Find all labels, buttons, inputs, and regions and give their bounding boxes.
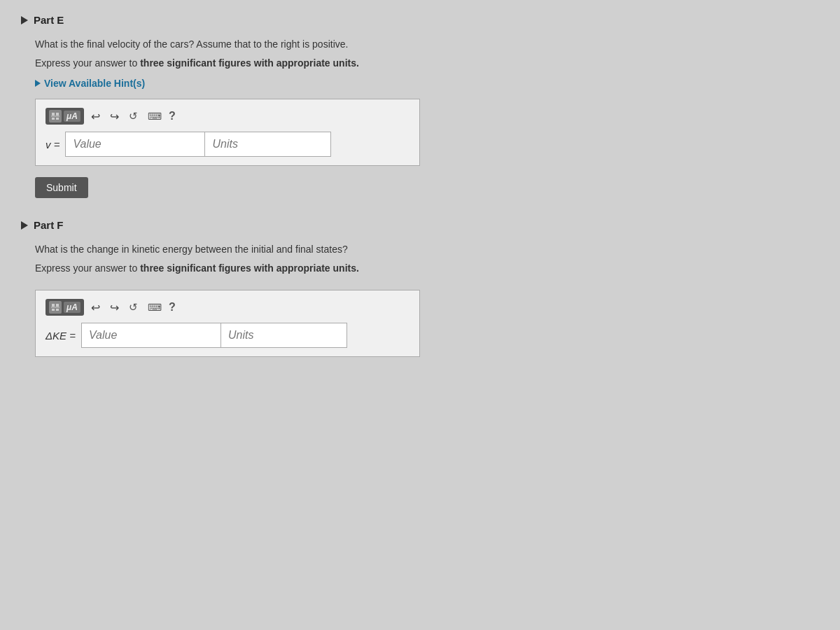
redo-button-f[interactable]: ↪ <box>107 300 122 316</box>
part-f-triangle-icon <box>21 221 28 230</box>
part-f-body: What is the change in kinetic energy bet… <box>21 242 609 365</box>
undo-button-f[interactable]: ↩ <box>88 300 103 316</box>
part-e-question2: Express your answer to three significant… <box>35 56 609 71</box>
part-f-var-label: ΔKE = <box>46 330 76 342</box>
part-f-toolbar: μΑ ↩ ↪ ↺ ⌨ ? <box>46 299 410 316</box>
svg-rect-8 <box>52 309 55 311</box>
svg-rect-9 <box>56 309 59 311</box>
part-f-section: Part F What is the change in kinetic ene… <box>21 219 609 365</box>
part-f-units-input[interactable] <box>221 323 347 348</box>
svg-rect-6 <box>56 304 59 307</box>
page-container: Part E What is the final velocity of the… <box>0 0 630 400</box>
part-e-input-row: v = <box>46 132 410 157</box>
fraction-icon <box>49 110 62 122</box>
hint-link[interactable]: View Available Hint(s) <box>35 78 609 89</box>
part-e-value-input[interactable] <box>65 132 205 157</box>
mu-alpha-icon: μΑ <box>64 111 80 122</box>
part-e-section: Part E What is the final velocity of the… <box>21 14 609 198</box>
part-e-label: Part E <box>34 14 64 26</box>
help-icon[interactable]: ? <box>169 110 176 122</box>
part-e-triangle-icon <box>21 16 28 24</box>
fraction-icon-f <box>49 301 62 314</box>
svg-rect-5 <box>52 304 55 307</box>
part-f-header: Part F <box>21 219 609 231</box>
part-e-header: Part E <box>21 14 609 26</box>
part-e-icon-group: μΑ <box>46 108 84 125</box>
svg-rect-1 <box>56 113 59 115</box>
part-f-input-row: ΔKE = <box>46 323 410 348</box>
part-e-submit-button[interactable]: Submit <box>35 177 88 198</box>
part-e-q2-bold: three significant figures with appropria… <box>140 57 359 69</box>
part-e-body: What is the final velocity of the cars? … <box>21 37 609 198</box>
svg-rect-0 <box>52 113 55 115</box>
keyboard-button[interactable]: ⌨ <box>145 109 164 123</box>
hint-triangle-icon <box>35 80 41 87</box>
svg-rect-3 <box>52 118 55 120</box>
part-e-var-label: v = <box>46 139 59 150</box>
part-f-icon-group: μΑ <box>46 299 84 316</box>
part-f-label: Part F <box>34 219 64 231</box>
part-f-q2-bold: three significant figures with appropria… <box>140 262 359 274</box>
part-e-question1: What is the final velocity of the cars? … <box>35 37 609 52</box>
part-f-answer-box: μΑ ↩ ↪ ↺ ⌨ ? ΔKE = <box>35 290 420 357</box>
refresh-button[interactable]: ↺ <box>126 108 141 124</box>
part-f-question1: What is the change in kinetic energy bet… <box>35 242 609 257</box>
redo-button[interactable]: ↪ <box>107 108 122 125</box>
mu-alpha-icon-f: μΑ <box>64 302 80 313</box>
part-f-value-input[interactable] <box>81 323 221 348</box>
hint-link-label: View Available Hint(s) <box>44 78 145 89</box>
svg-rect-4 <box>56 118 59 120</box>
part-e-toolbar: μΑ ↩ ↪ ↺ ⌨ ? <box>46 108 410 125</box>
help-icon-f[interactable]: ? <box>169 301 176 314</box>
refresh-button-f[interactable]: ↺ <box>126 300 141 315</box>
part-f-question2: Express your answer to three significant… <box>35 261 609 276</box>
keyboard-button-f[interactable]: ⌨ <box>145 300 164 314</box>
part-e-answer-box: μΑ ↩ ↪ ↺ ⌨ ? v = <box>35 99 420 166</box>
part-e-units-input[interactable] <box>205 132 331 157</box>
part-f-q2-prefix: Express your answer to <box>35 262 140 274</box>
undo-button[interactable]: ↩ <box>88 108 103 125</box>
part-e-q2-prefix: Express your answer to <box>35 57 140 69</box>
